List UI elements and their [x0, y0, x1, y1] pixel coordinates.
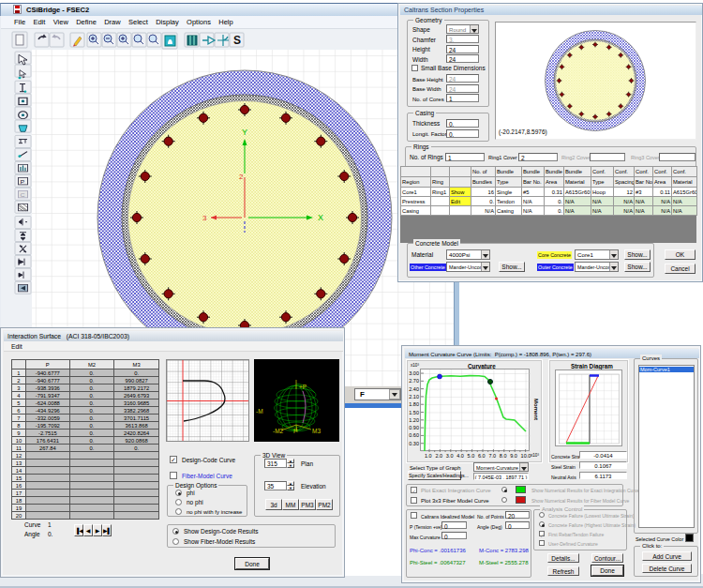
- svg-text:X: X: [318, 213, 323, 222]
- svg-text:3: 3: [202, 214, 207, 222]
- svg-text:Y: Y: [242, 128, 247, 137]
- svg-text:M3: M3: [312, 428, 321, 434]
- svg-text:-M2: -M2: [273, 428, 284, 434]
- svg-text:S: S: [233, 34, 241, 47]
- svg-text:P: P: [21, 178, 25, 184]
- svg-text:P: P: [293, 428, 297, 434]
- svg-text:2: 2: [239, 173, 244, 181]
- svg-text:-M: -M: [256, 408, 263, 415]
- svg-text:C: C: [21, 191, 25, 197]
- svg-text:+P: +P: [299, 384, 307, 390]
